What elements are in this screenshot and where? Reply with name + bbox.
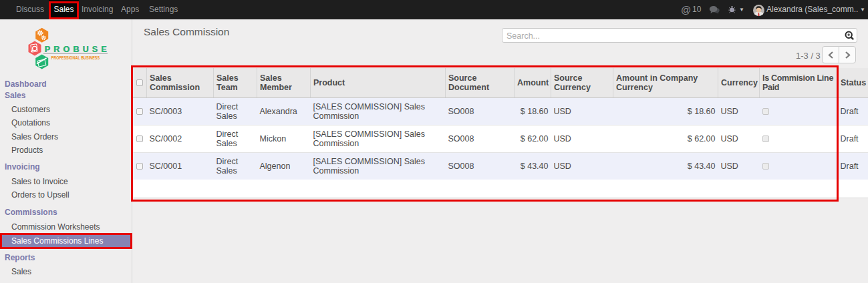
svg-text:PROBUSE: PROBUSE — [45, 45, 107, 54]
svg-text:PROFESSIONAL BUSINESS: PROFESSIONAL BUSINESS — [51, 55, 100, 61]
